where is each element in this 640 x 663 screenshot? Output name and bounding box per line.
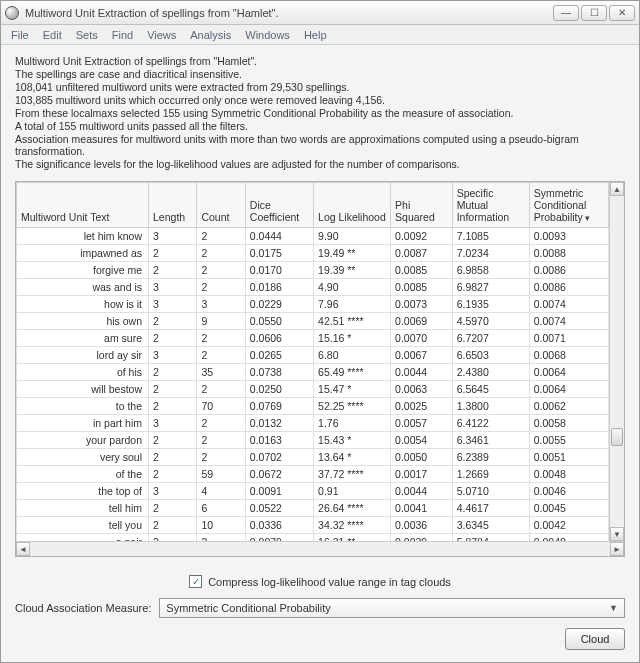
scroll-left-icon[interactable]: ◄ — [16, 542, 30, 556]
col-count[interactable]: Count — [197, 183, 245, 228]
measure-select[interactable]: Symmetric Conditional Probability ▼ — [159, 598, 625, 618]
scroll-up-icon[interactable]: ▲ — [610, 182, 624, 196]
table-row[interactable]: lord ay sir320.02656.800.00676.65030.006… — [17, 347, 609, 364]
menu-analysis[interactable]: Analysis — [184, 27, 237, 43]
cell: 6.7207 — [452, 330, 529, 347]
cell: tell him — [17, 500, 149, 517]
cell: 0.0044 — [391, 483, 453, 500]
cell: 7.0234 — [452, 245, 529, 262]
col-text[interactable]: Multiword Unit Text — [17, 183, 149, 228]
table-row[interactable]: was and is320.01864.900.00856.98270.0086 — [17, 279, 609, 296]
cell: 6 — [197, 500, 245, 517]
cell: 0.0074 — [529, 313, 608, 330]
table-row[interactable]: how is it330.02297.960.00736.19350.0074 — [17, 296, 609, 313]
table-row[interactable]: your pardon220.016315.43 *0.00546.34610.… — [17, 432, 609, 449]
cell: 0.0163 — [245, 432, 313, 449]
col-loglik[interactable]: Log Likelihood — [314, 183, 391, 228]
menu-views[interactable]: Views — [141, 27, 182, 43]
table-row[interactable]: will bestow220.025015.47 *0.00636.56450.… — [17, 381, 609, 398]
cell: 0.0045 — [529, 500, 608, 517]
table-row[interactable]: of the2590.067237.72 ****0.00171.26690.0… — [17, 466, 609, 483]
cell: 0.0085 — [391, 279, 453, 296]
cell: lord ay sir — [17, 347, 149, 364]
window-title: Multiword Unit Extraction of spellings f… — [25, 7, 553, 19]
col-phi[interactable]: Phi Squared — [391, 183, 453, 228]
cell: 0.0040 — [529, 534, 608, 542]
cell: the top of — [17, 483, 149, 500]
results-table-wrap: Multiword Unit Text Length Count Dice Co… — [15, 181, 625, 557]
cloud-button-label: Cloud — [581, 633, 610, 645]
cell: 0.0086 — [529, 262, 608, 279]
cell: 16.31 ** — [314, 534, 391, 542]
cell: 0.0042 — [529, 517, 608, 534]
table-row[interactable]: tell him260.052226.64 ****0.00414.46170.… — [17, 500, 609, 517]
cell: 2 — [149, 398, 197, 415]
scroll-down-icon[interactable]: ▼ — [610, 527, 624, 541]
cell: 10 — [197, 517, 245, 534]
content-body: Multiword Unit Extraction of spellings f… — [1, 45, 639, 565]
table-row[interactable]: am sure220.060615.16 *0.00706.72070.0071 — [17, 330, 609, 347]
compress-checkbox[interactable]: ✓ — [189, 575, 202, 588]
table-row[interactable]: his own290.055042.51 ****0.00694.59700.0… — [17, 313, 609, 330]
menu-file[interactable]: File — [5, 27, 35, 43]
table-row[interactable]: of his2350.073865.49 ****0.00442.43800.0… — [17, 364, 609, 381]
col-length[interactable]: Length — [149, 183, 197, 228]
table-row[interactable]: in part him320.01321.760.00576.41220.005… — [17, 415, 609, 432]
horizontal-scrollbar[interactable]: ◄ ► — [16, 541, 624, 556]
table-row[interactable]: forgive me220.017019.39 **0.00856.98580.… — [17, 262, 609, 279]
col-scp[interactable]: Symmetric Conditional Probability — [529, 183, 608, 228]
menubar: File Edit Sets Find Views Analysis Windo… — [1, 25, 639, 45]
cell: 0.0086 — [529, 279, 608, 296]
menu-sets[interactable]: Sets — [70, 27, 104, 43]
cell: 70 — [197, 398, 245, 415]
cell: 35 — [197, 364, 245, 381]
window-controls: — ☐ ✕ — [553, 5, 635, 21]
col-smi[interactable]: Specific Mutual Information — [452, 183, 529, 228]
table-row[interactable]: to the2700.076952.25 ****0.00251.38000.0… — [17, 398, 609, 415]
cell: 0.0025 — [391, 398, 453, 415]
cell: 0.0044 — [391, 364, 453, 381]
menu-edit[interactable]: Edit — [37, 27, 68, 43]
minimize-button[interactable]: — — [553, 5, 579, 21]
cell: 6.4122 — [452, 415, 529, 432]
cell: 0.0039 — [391, 534, 453, 542]
menu-windows[interactable]: Windows — [239, 27, 296, 43]
table-row[interactable]: tell you2100.033634.32 ****0.00363.63450… — [17, 517, 609, 534]
vertical-scrollbar[interactable]: ▲ ▼ — [609, 182, 624, 541]
cell: 2 — [197, 279, 245, 296]
cell: 0.0063 — [391, 381, 453, 398]
cell: 6.9858 — [452, 262, 529, 279]
table-row[interactable]: impawned as220.017519.49 **0.00877.02340… — [17, 245, 609, 262]
cell: 5.0710 — [452, 483, 529, 500]
table-row[interactable]: a pair220.007916.31 **0.00395.87840.0040 — [17, 534, 609, 542]
info-line: 103,885 multiword units which occurred o… — [15, 94, 625, 106]
cell: impawned as — [17, 245, 149, 262]
menu-find[interactable]: Find — [106, 27, 139, 43]
scroll-track[interactable] — [610, 196, 624, 527]
close-button[interactable]: ✕ — [609, 5, 635, 21]
cell: 0.0170 — [245, 262, 313, 279]
table-row[interactable]: the top of340.00910.910.00445.07100.0046 — [17, 483, 609, 500]
table-row[interactable]: let him know320.04449.900.00927.10850.00… — [17, 228, 609, 245]
hscroll-track[interactable] — [30, 542, 610, 556]
cell: 0.0036 — [391, 517, 453, 534]
cell: 2 — [197, 228, 245, 245]
col-dice[interactable]: Dice Coefficient — [245, 183, 313, 228]
menu-help[interactable]: Help — [298, 27, 333, 43]
cloud-button[interactable]: Cloud — [565, 628, 625, 650]
cell: 0.0069 — [391, 313, 453, 330]
maximize-button[interactable]: ☐ — [581, 5, 607, 21]
scroll-right-icon[interactable]: ► — [610, 542, 624, 556]
cell: 2.4380 — [452, 364, 529, 381]
cell: 4.4617 — [452, 500, 529, 517]
table-row[interactable]: very soul220.070213.64 *0.00506.23890.00… — [17, 449, 609, 466]
scroll-thumb[interactable] — [611, 428, 623, 446]
info-line: The spellings are case and diacritical i… — [15, 68, 625, 80]
cell: 15.47 * — [314, 381, 391, 398]
cell: 0.0051 — [529, 449, 608, 466]
cell: in part him — [17, 415, 149, 432]
cell: 0.0064 — [529, 381, 608, 398]
cell: 2 — [149, 262, 197, 279]
cell: 1.3800 — [452, 398, 529, 415]
cell: 0.0186 — [245, 279, 313, 296]
